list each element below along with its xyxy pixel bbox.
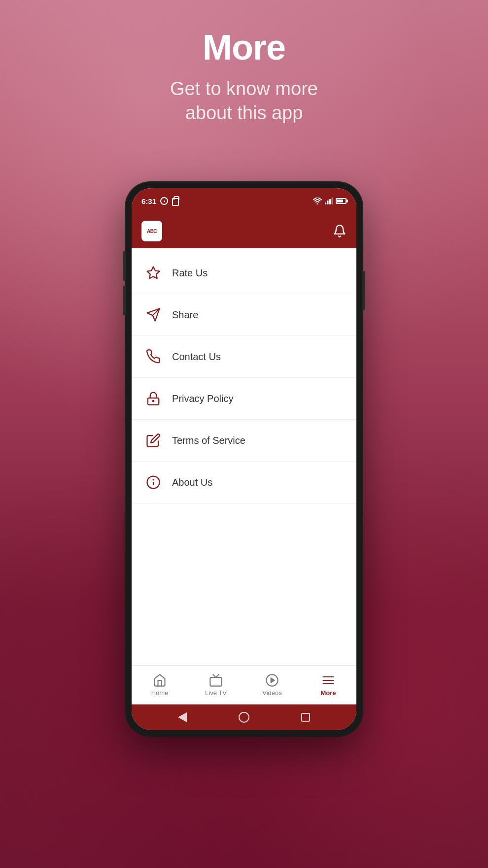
star-icon — [143, 263, 163, 283]
page-subtitle: Get to know moreabout this app — [0, 77, 488, 126]
app-logo: ABC — [141, 221, 162, 241]
menu-item-privacy-policy[interactable]: Privacy Policy — [132, 378, 356, 420]
phone-body: 6:31 — [126, 182, 362, 736]
menu-item-rate-us[interactable]: Rate Us — [132, 252, 356, 294]
recents-square-icon — [301, 713, 310, 722]
share-icon — [143, 305, 163, 325]
svg-point-9 — [153, 401, 154, 402]
more-nav-icon — [321, 673, 335, 687]
back-button[interactable] — [177, 712, 188, 723]
svg-rect-4 — [332, 198, 333, 204]
menu-item-about-us[interactable]: About Us — [132, 462, 356, 503]
share-label: Share — [172, 309, 198, 321]
menu-item-share[interactable]: Share — [132, 294, 356, 336]
menu-spacer — [132, 503, 356, 661]
more-nav-label: More — [320, 689, 336, 697]
phone-mockup: 6:31 — [126, 182, 362, 736]
wifi-icon — [313, 198, 322, 204]
nav-item-more[interactable]: More — [300, 666, 356, 704]
svg-rect-13 — [210, 677, 221, 686]
nav-item-videos[interactable]: Videos — [244, 666, 300, 704]
nav-item-home[interactable]: Home — [132, 666, 188, 704]
home-circle-icon — [239, 712, 249, 723]
status-icon-1 — [160, 197, 168, 205]
home-nav-icon — [153, 673, 167, 687]
svg-rect-2 — [327, 200, 329, 204]
page-main-title: More — [0, 30, 488, 65]
nav-item-live-tv[interactable]: Live TV — [188, 666, 244, 704]
terms-of-service-label: Terms of Service — [172, 435, 245, 446]
edit-icon — [143, 431, 163, 450]
svg-rect-3 — [329, 199, 331, 204]
battery-icon — [336, 198, 347, 204]
bottom-nav: Home Live TV Videos — [132, 665, 356, 704]
back-triangle-icon — [178, 712, 187, 722]
menu-item-terms-of-service[interactable]: Terms of Service — [132, 420, 356, 462]
live-tv-nav-label: Live TV — [205, 689, 227, 697]
signal-icon — [325, 198, 333, 204]
status-lock-icon — [172, 198, 179, 206]
app-header: ABC — [132, 214, 356, 248]
svg-marker-15 — [271, 678, 275, 682]
recents-button[interactable] — [300, 712, 311, 723]
page-title-section: More Get to know moreabout this app — [0, 30, 488, 126]
info-icon — [143, 472, 163, 492]
privacy-policy-label: Privacy Policy — [172, 393, 233, 404]
home-button[interactable] — [239, 712, 249, 723]
status-left: 6:31 — [141, 197, 179, 206]
status-time: 6:31 — [141, 197, 156, 205]
phone-icon — [143, 347, 163, 367]
svg-marker-5 — [147, 267, 160, 279]
contact-us-label: Contact Us — [172, 351, 221, 363]
menu-list: Rate Us Share — [132, 248, 356, 665]
menu-item-contact-us[interactable]: Contact Us — [132, 336, 356, 378]
tv-nav-icon — [209, 673, 223, 687]
svg-point-0 — [317, 203, 318, 205]
bell-icon[interactable] — [333, 224, 347, 238]
android-nav-bar — [132, 704, 356, 730]
lock-icon — [143, 389, 163, 408]
about-us-label: About Us — [172, 477, 212, 488]
svg-rect-1 — [325, 202, 326, 204]
phone-screen: 6:31 — [132, 188, 356, 730]
status-right-icons — [313, 198, 347, 204]
rate-us-label: Rate Us — [172, 267, 208, 279]
videos-nav-label: Videos — [262, 689, 282, 697]
videos-nav-icon — [265, 673, 279, 687]
home-nav-label: Home — [151, 689, 169, 697]
status-bar: 6:31 — [132, 188, 356, 214]
